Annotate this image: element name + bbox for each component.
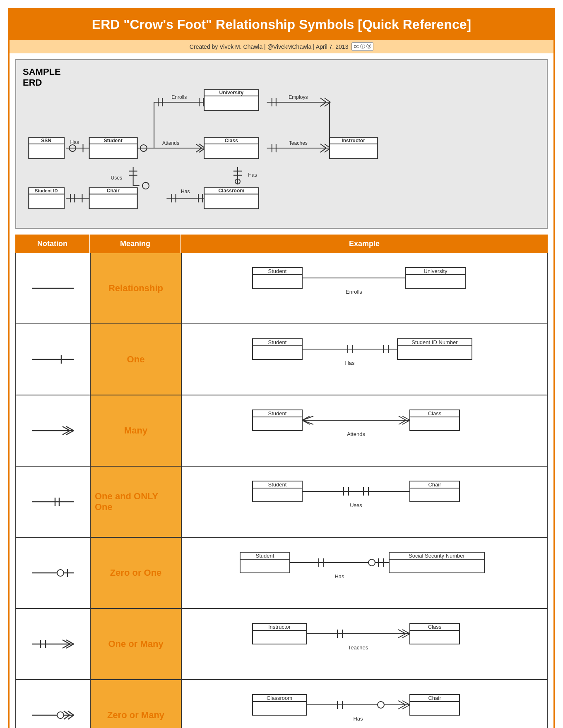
svg-line-16 [199, 144, 205, 148]
main-container: ERD "Crow's Foot" Relationship Symbols [… [8, 8, 555, 728]
svg-point-151 [368, 559, 375, 566]
symbol-svg-one [28, 351, 78, 368]
meaning-relationship: Relationship [91, 253, 182, 323]
svg-line-115 [402, 416, 410, 420]
svg-text:Teaches: Teaches [348, 644, 368, 651]
svg-text:Enrolls: Enrolls [171, 94, 187, 100]
svg-text:Class: Class [428, 624, 442, 630]
example-one-many: Instructor Class Teaches [182, 609, 547, 679]
svg-line-118 [399, 420, 406, 424]
svg-text:Student ID Number: Student ID Number [411, 339, 458, 345]
svg-text:Attends: Attends [347, 431, 366, 437]
svg-line-44 [325, 144, 330, 148]
example-one-only: Student Chair Uses [182, 467, 547, 537]
example-svg-zero-one: Student Social Security Number Has [190, 546, 539, 600]
symbol-svg-many [28, 422, 78, 439]
svg-rect-74 [204, 188, 258, 208]
svg-text:Student: Student [268, 339, 287, 345]
erd-section-label: SAMPLEERD [23, 67, 61, 89]
symbol-one [16, 324, 91, 395]
svg-text:Attends: Attends [162, 140, 179, 146]
svg-point-1 [69, 145, 76, 151]
svg-line-192 [402, 701, 410, 705]
row-many: Many Student Class [15, 395, 548, 467]
svg-point-140 [57, 570, 64, 576]
svg-point-191 [378, 702, 384, 708]
svg-line-194 [398, 701, 406, 705]
svg-text:Instructor: Instructor [342, 138, 365, 144]
svg-line-160 [63, 640, 70, 644]
svg-text:Has: Has [345, 360, 355, 366]
svg-line-158 [66, 640, 74, 644]
example-svg-one-many: Instructor Class Teaches [190, 617, 539, 671]
svg-line-171 [402, 630, 410, 634]
svg-line-45 [325, 148, 330, 152]
svg-text:University: University [219, 90, 244, 96]
svg-text:Student: Student [268, 481, 287, 488]
svg-text:Uses: Uses [350, 502, 362, 508]
subtitle-bar: Created by Vivek M. Chawla | @VivekMChaw… [10, 40, 553, 53]
erd-diagram-svg: Has Enrolls Atten [16, 60, 547, 228]
svg-text:Classroom: Classroom [267, 695, 292, 701]
example-relationship: Student University Enrolls [182, 253, 547, 323]
example-svg-many: Student Class Attends [190, 404, 539, 457]
example-one: Student Student ID Number Has [182, 324, 547, 395]
svg-rect-59 [29, 188, 64, 208]
meaning-one-many: One or Many [91, 609, 182, 679]
example-svg-one: Student Student ID Number Has [190, 333, 539, 386]
svg-line-106 [63, 426, 70, 431]
symbol-svg-zero-one [28, 565, 78, 581]
example-zero-many: Classroom Chair Has [182, 680, 547, 728]
row-relationship: Relationship Student University Enrolls [15, 253, 548, 324]
symbol-svg-one-only [28, 493, 78, 510]
title-bar: ERD "Crow's Foot" Relationship Symbols [… [10, 10, 553, 40]
svg-line-39 [325, 102, 330, 106]
svg-line-47 [320, 148, 326, 152]
symbol-one-many [16, 609, 91, 679]
svg-line-161 [63, 644, 70, 648]
svg-point-26 [142, 182, 149, 189]
symbol-relationship [16, 253, 91, 323]
example-zero-one: Student Social Security Number Has [182, 538, 547, 608]
example-svg-one-only: Student Chair Uses [190, 475, 539, 529]
svg-text:University: University [423, 268, 448, 274]
svg-line-17 [199, 148, 205, 152]
svg-text:Instructor: Instructor [268, 624, 291, 630]
svg-text:Has: Has [353, 716, 363, 722]
svg-text:Has: Has [181, 189, 190, 194]
row-zero-many: Zero or Many Classroom Chair [15, 680, 548, 728]
notation-table-header: Notation Meaning Example [15, 235, 548, 253]
symbol-many [16, 395, 91, 466]
svg-line-40 [320, 98, 326, 102]
header-example: Example [181, 235, 548, 253]
svg-text:Student ID: Student ID [35, 188, 58, 193]
row-zero-one: Zero or One Student Social Security Numb… [15, 538, 548, 609]
meaning-many: Many [91, 395, 182, 466]
svg-text:Student: Student [268, 410, 287, 417]
svg-text:Uses: Uses [111, 175, 122, 181]
symbol-zero-many [16, 680, 91, 728]
svg-text:Student: Student [104, 138, 123, 144]
svg-text:Classroom: Classroom [219, 188, 245, 194]
svg-line-174 [398, 634, 406, 638]
meaning-zero-many: Zero or Many [91, 680, 182, 728]
svg-text:Chair: Chair [107, 188, 120, 194]
svg-point-20 [140, 145, 147, 151]
svg-rect-62 [89, 138, 137, 158]
svg-line-107 [63, 431, 70, 435]
symbol-svg-zero-many [28, 707, 78, 723]
symbol-one-only [16, 467, 91, 537]
svg-point-177 [57, 712, 64, 718]
svg-line-46 [320, 144, 326, 148]
example-svg-zero-many: Classroom Chair Has [190, 688, 539, 728]
svg-rect-65 [89, 188, 137, 208]
svg-text:Student: Student [256, 553, 274, 559]
svg-text:SSN: SSN [41, 138, 51, 144]
svg-text:Has: Has [248, 172, 257, 178]
main-title: ERD "Crow's Foot" Relationship Symbols [… [92, 17, 471, 32]
svg-line-41 [320, 102, 326, 106]
svg-line-172 [402, 634, 410, 638]
symbol-svg-one-many [28, 636, 78, 652]
svg-text:Class: Class [428, 410, 442, 417]
svg-text:Chair: Chair [428, 695, 441, 701]
